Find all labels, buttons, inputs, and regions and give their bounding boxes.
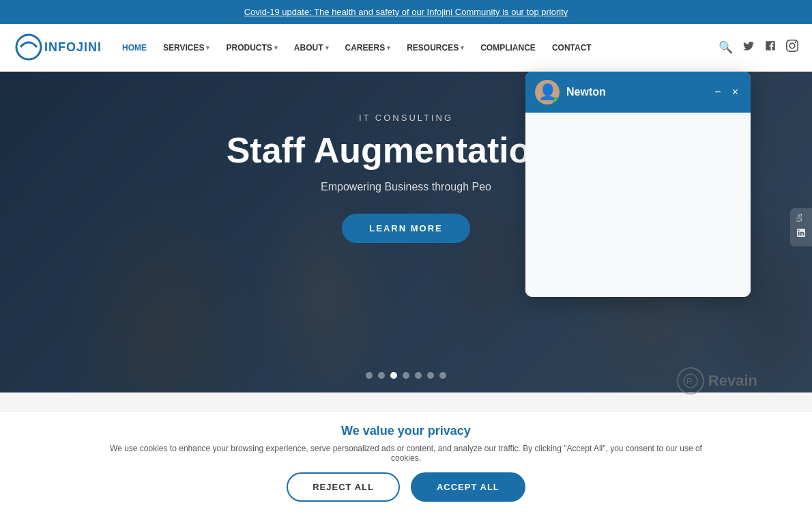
chat-body <box>525 113 751 297</box>
sidebar-social: Us <box>790 208 812 246</box>
logo-icon <box>14 32 44 63</box>
chat-minimize-button[interactable]: − <box>712 85 723 99</box>
carousel-dot-4[interactable] <box>403 372 409 379</box>
chat-widget: Newton − × <box>525 72 751 297</box>
logo-text: INFOJINI <box>44 40 102 55</box>
chat-close-button[interactable]: × <box>729 85 741 99</box>
revain-icon: R <box>677 367 704 395</box>
careers-caret: ▾ <box>387 44 390 51</box>
nav-compliance[interactable]: COMPLIANCE <box>474 39 542 57</box>
linkedin-sidebar-icon[interactable] <box>796 227 807 241</box>
instagram-icon[interactable] <box>786 40 798 55</box>
chat-avatar <box>535 80 560 104</box>
about-caret: ▾ <box>325 44 329 51</box>
banner-link[interactable]: Covid-19 update: The health and safety o… <box>244 7 568 17</box>
carousel-dot-5[interactable] <box>415 372 422 379</box>
reject-all-button[interactable]: REJECT ALL <box>287 472 400 502</box>
chat-controls: − × <box>712 85 741 99</box>
revain-text: Revain <box>708 372 757 390</box>
resources-caret: ▾ <box>461 44 464 51</box>
cookie-buttons: REJECT ALL ACCEPT ALL <box>27 472 785 502</box>
carousel-dot-6[interactable] <box>427 372 434 379</box>
search-icon[interactable]: 🔍 <box>719 40 733 55</box>
svg-text:R: R <box>686 377 693 386</box>
carousel-dot-7[interactable] <box>439 372 446 379</box>
sidebar-label: Us <box>796 214 807 222</box>
nav-products[interactable]: PRODUCTS ▾ <box>219 39 284 57</box>
carousel-dot-1[interactable] <box>366 372 373 379</box>
nav-about[interactable]: ABOUT ▾ <box>287 39 336 57</box>
twitter-icon[interactable] <box>742 40 755 55</box>
svg-point-0 <box>16 35 41 59</box>
main-nav: HOME SERVICES ▾ PRODUCTS ▾ ABOUT ▾ CAREE… <box>115 39 712 57</box>
carousel-dot-3[interactable] <box>390 372 397 379</box>
nav-careers[interactable]: CAREERS ▾ <box>338 39 398 57</box>
cookie-body: We use cookies to enhance your browsing … <box>99 444 713 463</box>
cookie-title: We value your privacy <box>27 424 785 438</box>
facebook-icon[interactable] <box>764 40 777 55</box>
header: INFOJINI HOME SERVICES ▾ PRODUCTS ▾ ABOU… <box>0 24 812 72</box>
products-caret: ▾ <box>274 44 278 51</box>
chat-agent-name: Newton <box>566 86 705 98</box>
nav-contact[interactable]: CONTACT <box>545 39 598 57</box>
logo[interactable]: INFOJINI <box>14 32 102 63</box>
nav-resources[interactable]: RESOURCES ▾ <box>400 39 471 57</box>
hero-carousel-dots <box>366 372 446 379</box>
services-caret: ▾ <box>206 44 209 51</box>
nav-services[interactable]: SERVICES ▾ <box>156 39 216 57</box>
online-indicator <box>553 98 559 104</box>
nav-home[interactable]: HOME <box>115 39 154 57</box>
carousel-dot-2[interactable] <box>378 372 385 379</box>
cookie-banner: We value your privacy We use cookies to … <box>0 411 812 514</box>
header-social-icons: 🔍 <box>719 40 798 55</box>
revain-logo: R Revain <box>677 367 757 395</box>
top-banner: Covid-19 update: The health and safety o… <box>0 0 812 24</box>
learn-more-button[interactable]: LEARN MORE <box>342 214 469 243</box>
accept-all-button[interactable]: ACCEPT ALL <box>411 472 525 502</box>
chat-header: Newton − × <box>525 72 751 113</box>
